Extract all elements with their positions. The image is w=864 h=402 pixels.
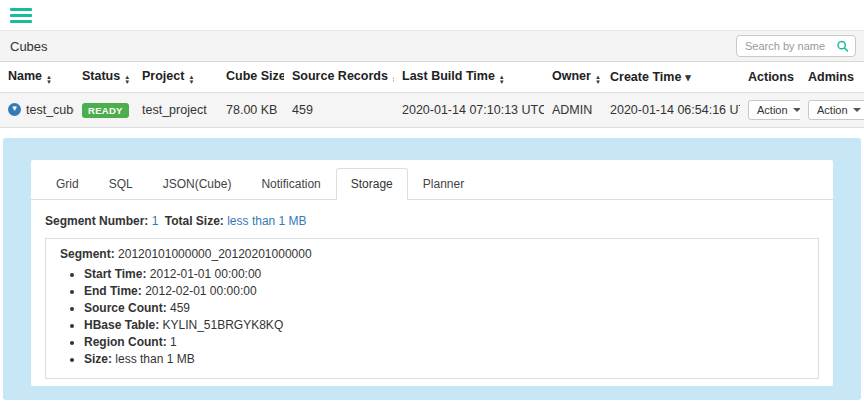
cell-cube-size: 78.00 KB bbox=[218, 93, 284, 128]
sort-icon bbox=[188, 75, 194, 85]
segment-label: Segment: bbox=[60, 247, 115, 261]
menu-toggle-icon[interactable] bbox=[10, 8, 32, 23]
total-size-value[interactable]: less than 1 MB bbox=[227, 214, 306, 228]
segment-title: Segment: 20120101000000_20120201000000 bbox=[60, 247, 804, 261]
segment-field: HBase Table: KYLIN_51BRGYK8KQ bbox=[84, 317, 804, 334]
tab-notification[interactable]: Notification bbox=[246, 168, 335, 200]
tab-storage[interactable]: Storage bbox=[336, 168, 408, 200]
topbar bbox=[0, 0, 864, 30]
page-title: Cubes bbox=[8, 39, 48, 54]
cell-admins: Action bbox=[800, 93, 864, 128]
search-icon[interactable] bbox=[836, 40, 849, 53]
tab-planner[interactable]: Planner bbox=[408, 168, 479, 200]
segment-field: Size: less than 1 MB bbox=[84, 351, 804, 368]
segment-box: Segment: 20120101000000_20120201000000 S… bbox=[45, 238, 819, 379]
segment-field: Start Time: 2012-01-01 00:00:00 bbox=[84, 266, 804, 283]
cell-create-time: 2020-01-14 06:54:16 UTC bbox=[602, 93, 740, 128]
column-header-create-time[interactable]: Create Time bbox=[602, 62, 740, 93]
cell-last-build-time: 2020-01-14 07:10:13 UTC bbox=[394, 93, 544, 128]
column-header-admins: Admins bbox=[800, 62, 864, 93]
column-header-source-records[interactable]: Source Records bbox=[284, 62, 394, 93]
detail-tabs: Grid SQL JSON(Cube) Notification Storage… bbox=[31, 160, 833, 200]
segment-number-label: Segment Number: bbox=[45, 214, 148, 228]
status-badge: READY bbox=[82, 103, 129, 118]
cube-detail-panel: Grid SQL JSON(Cube) Notification Storage… bbox=[3, 138, 861, 400]
tab-sql[interactable]: SQL bbox=[94, 168, 148, 200]
segment-field: End Time: 2012-02-01 00:00:00 bbox=[84, 283, 804, 300]
section-bar: Cubes bbox=[0, 30, 864, 62]
cube-name: test_cube bbox=[26, 103, 74, 117]
sort-icon bbox=[499, 75, 505, 85]
table-header-row: Name Status Project Cube Size Source Rec… bbox=[0, 62, 864, 93]
segment-name: 20120101000000_20120201000000 bbox=[118, 247, 312, 261]
storage-tab-content: Segment Number: 1 Total Size: less than … bbox=[31, 200, 833, 379]
cubes-table: Name Status Project Cube Size Source Rec… bbox=[0, 62, 864, 128]
actions-dropdown-button[interactable]: Action bbox=[748, 100, 800, 120]
search-box bbox=[736, 35, 856, 57]
collapse-row-icon[interactable] bbox=[8, 103, 21, 116]
column-header-last-build-time[interactable]: Last Build Time bbox=[394, 62, 544, 93]
column-header-owner[interactable]: Owner bbox=[544, 62, 602, 93]
column-header-actions: Actions bbox=[740, 62, 800, 93]
chevron-down-icon bbox=[793, 108, 800, 112]
sort-icon bbox=[392, 75, 394, 85]
cell-actions: Action bbox=[740, 93, 800, 128]
tab-json-cube[interactable]: JSON(Cube) bbox=[148, 168, 247, 200]
segment-field: Region Count: 1 bbox=[84, 334, 804, 351]
sort-icon bbox=[595, 75, 601, 85]
sort-desc-icon bbox=[685, 70, 691, 84]
column-header-name[interactable]: Name bbox=[0, 62, 74, 93]
segment-field: Source Count: 459 bbox=[84, 300, 804, 317]
column-header-cube-size[interactable]: Cube Size bbox=[218, 62, 284, 93]
segment-number-value: 1 bbox=[152, 214, 159, 228]
cell-name: test_cube bbox=[0, 93, 74, 128]
cell-source-records: 459 bbox=[284, 93, 394, 128]
segment-fields-list: Start Time: 2012-01-01 00:00:00 End Time… bbox=[60, 266, 804, 368]
table-row: test_cube READY test_project 78.00 KB 45… bbox=[0, 93, 864, 128]
column-header-project[interactable]: Project bbox=[134, 62, 218, 93]
admins-dropdown-button[interactable]: Action bbox=[808, 100, 864, 120]
column-header-status[interactable]: Status bbox=[74, 62, 134, 93]
sort-icon bbox=[124, 75, 130, 85]
sort-icon bbox=[46, 75, 52, 85]
tab-grid[interactable]: Grid bbox=[41, 168, 94, 200]
cell-project: test_project bbox=[134, 93, 218, 128]
cell-status: READY bbox=[74, 93, 134, 128]
detail-card: Grid SQL JSON(Cube) Notification Storage… bbox=[31, 160, 833, 386]
cell-owner: ADMIN bbox=[544, 93, 602, 128]
kylin-cubes-page: Cubes Name Status Project Cube Size Sour… bbox=[0, 0, 864, 402]
storage-summary: Segment Number: 1 Total Size: less than … bbox=[45, 214, 819, 228]
chevron-down-icon bbox=[853, 108, 861, 112]
total-size-label: Total Size: bbox=[165, 214, 224, 228]
